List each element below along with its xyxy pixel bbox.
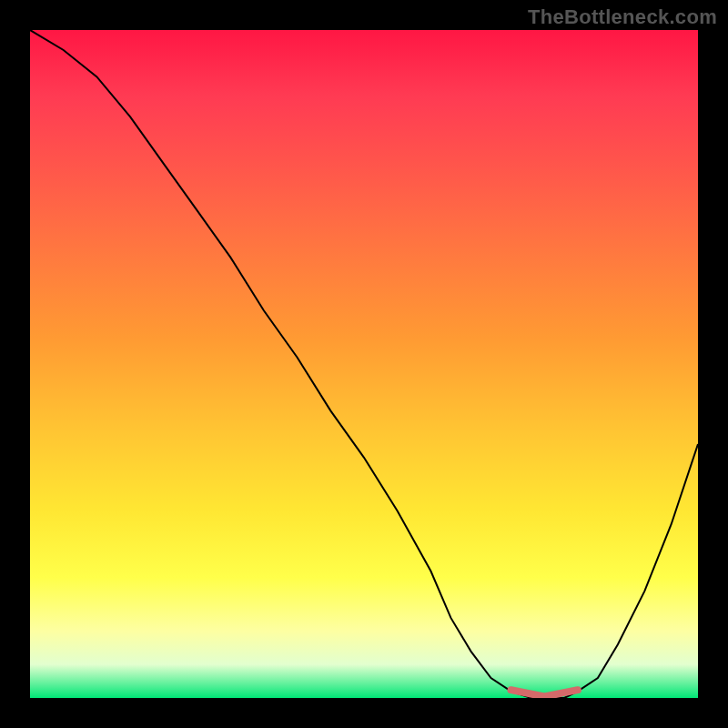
bottleneck-curve [30, 30, 698, 698]
plateau-marker [511, 690, 578, 696]
curve-layer [30, 30, 698, 698]
plot-area [30, 30, 698, 698]
plot-frame [30, 30, 698, 698]
watermark-text: TheBottleneck.com [528, 5, 717, 29]
chart-container: TheBottleneck.com [0, 0, 728, 728]
